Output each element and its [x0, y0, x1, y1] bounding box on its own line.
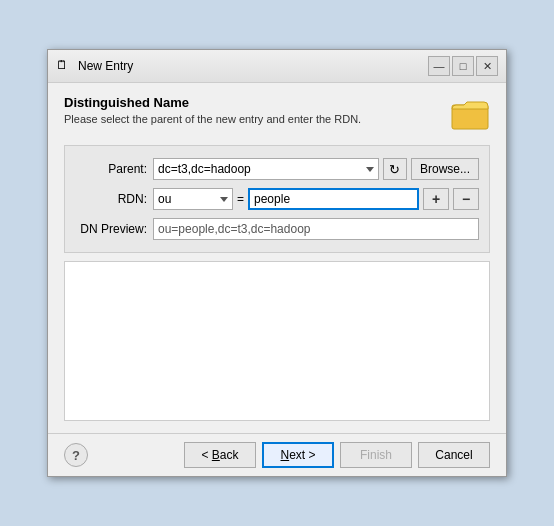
next-label: N — [280, 448, 289, 462]
maximize-button[interactable]: □ — [452, 56, 474, 76]
close-button[interactable]: ✕ — [476, 56, 498, 76]
dn-preview-row: DN Preview: — [75, 218, 479, 240]
rdn-row: RDN: ou cn dc uid = + − — [75, 188, 479, 210]
dialog-icon: 🗒 — [56, 58, 72, 74]
new-entry-dialog: 🗒 New Entry — □ ✕ Distinguished Name Ple… — [47, 49, 507, 477]
refresh-button[interactable]: ↻ — [383, 158, 407, 180]
minimize-button[interactable]: — — [428, 56, 450, 76]
rdn-select-wrap: ou cn dc uid = + − — [153, 188, 479, 210]
cancel-button[interactable]: Cancel — [418, 442, 490, 468]
rdn-label: RDN: — [75, 192, 147, 206]
folder-icon — [450, 95, 490, 131]
finish-button[interactable]: Finish — [340, 442, 412, 468]
form-area: Parent: dc=t3,dc=hadoop ↻ Browse... RDN:… — [64, 145, 490, 253]
back-button[interactable]: < Back — [184, 442, 256, 468]
dn-preview-input — [153, 218, 479, 240]
header-row: Distinguished Name Please select the par… — [64, 95, 490, 135]
parent-label: Parent: — [75, 162, 147, 176]
remove-rdn-button[interactable]: − — [453, 188, 479, 210]
parent-select-wrap: dc=t3,dc=hadoop ↻ Browse... — [153, 158, 479, 180]
parent-select[interactable]: dc=t3,dc=hadoop — [153, 158, 379, 180]
section-title: Distinguished Name — [64, 95, 361, 110]
rdn-value-input[interactable] — [248, 188, 419, 210]
add-rdn-button[interactable]: + — [423, 188, 449, 210]
parent-row: Parent: dc=t3,dc=hadoop ↻ Browse... — [75, 158, 479, 180]
help-button[interactable]: ? — [64, 443, 88, 467]
rdn-select[interactable]: ou cn dc uid — [153, 188, 233, 210]
next-button[interactable]: Next > — [262, 442, 334, 468]
section-header: Distinguished Name Please select the par… — [64, 95, 361, 125]
section-desc: Please select the parent of the new entr… — [64, 113, 361, 125]
browse-button[interactable]: Browse... — [411, 158, 479, 180]
dialog-body: Distinguished Name Please select the par… — [48, 83, 506, 433]
refresh-icon: ↻ — [389, 162, 400, 177]
dialog-footer: ? < Back Next > Finish Cancel — [48, 433, 506, 476]
footer-left: ? — [64, 443, 88, 467]
title-controls: — □ ✕ — [428, 56, 498, 76]
dn-preview-label: DN Preview: — [75, 222, 147, 236]
rdn-equals: = — [237, 192, 244, 206]
back-label: B — [212, 448, 220, 462]
content-area — [64, 261, 490, 421]
footer-buttons: < Back Next > Finish Cancel — [184, 442, 490, 468]
dialog-title: New Entry — [78, 59, 133, 73]
title-bar-left: 🗒 New Entry — [56, 58, 133, 74]
title-bar: 🗒 New Entry — □ ✕ — [48, 50, 506, 83]
